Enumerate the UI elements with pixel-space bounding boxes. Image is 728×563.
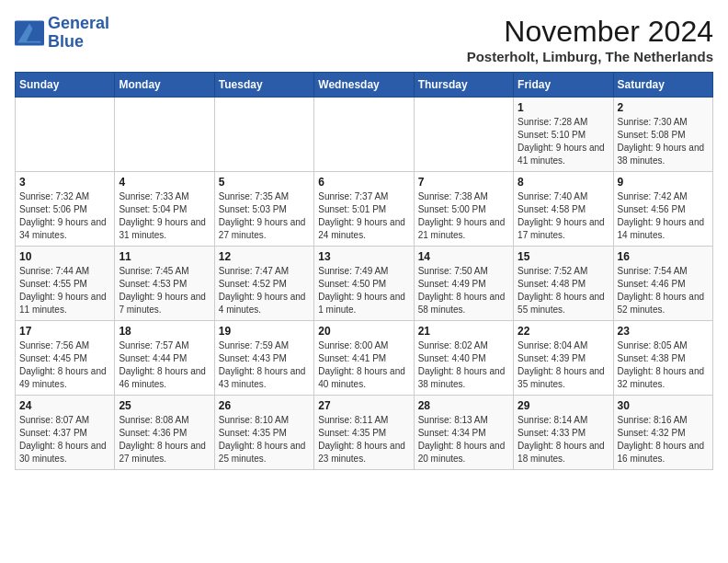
calendar-cell: 4Sunrise: 7:33 AMSunset: 5:04 PMDaylight… bbox=[115, 172, 214, 247]
day-info: Sunrise: 7:44 AMSunset: 4:55 PMDaylight:… bbox=[19, 265, 110, 316]
calendar-cell: 29Sunrise: 8:14 AMSunset: 4:33 PMDayligh… bbox=[514, 396, 613, 470]
day-number: 2 bbox=[618, 101, 709, 114]
calendar-week-5: 24Sunrise: 8:07 AMSunset: 4:37 PMDayligh… bbox=[16, 396, 713, 470]
calendar-week-2: 3Sunrise: 7:32 AMSunset: 5:06 PMDaylight… bbox=[16, 172, 713, 247]
day-info: Sunrise: 7:32 AMSunset: 5:06 PMDaylight:… bbox=[19, 190, 110, 242]
calendar-cell: 22Sunrise: 8:04 AMSunset: 4:39 PMDayligh… bbox=[514, 321, 613, 396]
day-number: 25 bbox=[119, 399, 210, 412]
calendar-cell: 15Sunrise: 7:52 AMSunset: 4:48 PMDayligh… bbox=[514, 247, 613, 321]
day-number: 8 bbox=[518, 176, 609, 189]
day-number: 30 bbox=[618, 399, 709, 412]
day-info: Sunrise: 7:38 AMSunset: 5:00 PMDaylight:… bbox=[418, 190, 509, 242]
calendar-cell: 3Sunrise: 7:32 AMSunset: 5:06 PMDaylight… bbox=[16, 172, 115, 247]
calendar-week-1: 1Sunrise: 7:28 AMSunset: 5:10 PMDaylight… bbox=[16, 98, 713, 172]
day-number: 29 bbox=[518, 399, 609, 412]
calendar-cell: 25Sunrise: 8:08 AMSunset: 4:36 PMDayligh… bbox=[115, 396, 214, 470]
day-number: 10 bbox=[19, 250, 110, 263]
calendar-cell: 28Sunrise: 8:13 AMSunset: 4:34 PMDayligh… bbox=[414, 396, 513, 470]
day-info: Sunrise: 7:56 AMSunset: 4:45 PMDaylight:… bbox=[19, 339, 110, 391]
day-info: Sunrise: 8:13 AMSunset: 4:34 PMDaylight:… bbox=[418, 414, 509, 465]
calendar-header-row: SundayMondayTuesdayWednesdayThursdayFrid… bbox=[16, 73, 713, 98]
day-header-sunday: Sunday bbox=[16, 73, 115, 98]
day-info: Sunrise: 8:02 AMSunset: 4:40 PMDaylight:… bbox=[418, 339, 509, 391]
calendar-cell bbox=[115, 98, 214, 172]
day-info: Sunrise: 8:08 AMSunset: 4:36 PMDaylight:… bbox=[119, 414, 210, 465]
day-number: 5 bbox=[219, 176, 310, 189]
calendar-cell bbox=[16, 98, 115, 172]
day-info: Sunrise: 8:04 AMSunset: 4:39 PMDaylight:… bbox=[518, 339, 609, 391]
day-info: Sunrise: 7:54 AMSunset: 4:46 PMDaylight:… bbox=[618, 265, 709, 316]
logo-icon bbox=[15, 20, 44, 46]
day-info: Sunrise: 7:57 AMSunset: 4:44 PMDaylight:… bbox=[119, 339, 210, 391]
day-number: 17 bbox=[19, 325, 110, 338]
day-number: 18 bbox=[119, 325, 210, 338]
day-info: Sunrise: 8:16 AMSunset: 4:32 PMDaylight:… bbox=[618, 414, 709, 465]
calendar-cell: 21Sunrise: 8:02 AMSunset: 4:40 PMDayligh… bbox=[414, 321, 513, 396]
day-info: Sunrise: 8:14 AMSunset: 4:33 PMDaylight:… bbox=[518, 414, 609, 465]
day-header-friday: Friday bbox=[514, 73, 613, 98]
day-info: Sunrise: 7:40 AMSunset: 4:58 PMDaylight:… bbox=[518, 190, 609, 242]
day-number: 6 bbox=[318, 176, 409, 189]
calendar-cell: 17Sunrise: 7:56 AMSunset: 4:45 PMDayligh… bbox=[16, 321, 115, 396]
day-number: 20 bbox=[318, 325, 409, 338]
calendar-cell: 14Sunrise: 7:50 AMSunset: 4:49 PMDayligh… bbox=[414, 247, 513, 321]
day-info: Sunrise: 7:47 AMSunset: 4:52 PMDaylight:… bbox=[219, 265, 310, 316]
day-info: Sunrise: 7:45 AMSunset: 4:53 PMDaylight:… bbox=[119, 265, 210, 316]
day-number: 15 bbox=[518, 250, 609, 263]
calendar-cell: 27Sunrise: 8:11 AMSunset: 4:35 PMDayligh… bbox=[314, 396, 414, 470]
page-header: General Blue November 2024 Posterholt, L… bbox=[15, 15, 713, 64]
calendar-cell: 1Sunrise: 7:28 AMSunset: 5:10 PMDaylight… bbox=[514, 98, 613, 172]
calendar-cell: 6Sunrise: 7:37 AMSunset: 5:01 PMDaylight… bbox=[314, 172, 414, 247]
day-info: Sunrise: 7:28 AMSunset: 5:10 PMDaylight:… bbox=[518, 116, 609, 167]
day-info: Sunrise: 8:10 AMSunset: 4:35 PMDaylight:… bbox=[219, 414, 310, 465]
calendar-cell: 8Sunrise: 7:40 AMSunset: 4:58 PMDaylight… bbox=[514, 172, 613, 247]
calendar-week-3: 10Sunrise: 7:44 AMSunset: 4:55 PMDayligh… bbox=[16, 247, 713, 321]
day-number: 19 bbox=[219, 325, 310, 338]
day-number: 22 bbox=[518, 325, 609, 338]
calendar-cell: 24Sunrise: 8:07 AMSunset: 4:37 PMDayligh… bbox=[16, 396, 115, 470]
day-number: 14 bbox=[418, 250, 509, 263]
calendar-cell: 9Sunrise: 7:42 AMSunset: 4:56 PMDaylight… bbox=[613, 172, 712, 247]
logo-text: General Blue bbox=[48, 15, 109, 52]
calendar-cell: 23Sunrise: 8:05 AMSunset: 4:38 PMDayligh… bbox=[613, 321, 712, 396]
day-header-thursday: Thursday bbox=[414, 73, 513, 98]
day-number: 23 bbox=[618, 325, 709, 338]
day-info: Sunrise: 7:35 AMSunset: 5:03 PMDaylight:… bbox=[219, 190, 310, 242]
calendar-cell: 11Sunrise: 7:45 AMSunset: 4:53 PMDayligh… bbox=[115, 247, 214, 321]
location-subtitle: Posterholt, Limburg, The Netherlands bbox=[467, 49, 713, 64]
day-info: Sunrise: 7:52 AMSunset: 4:48 PMDaylight:… bbox=[518, 265, 609, 316]
day-info: Sunrise: 7:50 AMSunset: 4:49 PMDaylight:… bbox=[418, 265, 509, 316]
calendar-cell: 7Sunrise: 7:38 AMSunset: 5:00 PMDaylight… bbox=[414, 172, 513, 247]
calendar-cell: 30Sunrise: 8:16 AMSunset: 4:32 PMDayligh… bbox=[613, 396, 712, 470]
day-number: 1 bbox=[518, 101, 609, 114]
day-info: Sunrise: 7:49 AMSunset: 4:50 PMDaylight:… bbox=[318, 265, 409, 316]
calendar-cell: 18Sunrise: 7:57 AMSunset: 4:44 PMDayligh… bbox=[115, 321, 214, 396]
day-header-monday: Monday bbox=[115, 73, 214, 98]
day-number: 7 bbox=[418, 176, 509, 189]
calendar-cell: 19Sunrise: 7:59 AMSunset: 4:43 PMDayligh… bbox=[214, 321, 313, 396]
calendar-cell: 2Sunrise: 7:30 AMSunset: 5:08 PMDaylight… bbox=[613, 98, 712, 172]
day-number: 11 bbox=[119, 250, 210, 263]
day-info: Sunrise: 7:59 AMSunset: 4:43 PMDaylight:… bbox=[219, 339, 310, 391]
day-number: 3 bbox=[19, 176, 110, 189]
month-title: November 2024 bbox=[467, 15, 713, 49]
calendar-cell: 20Sunrise: 8:00 AMSunset: 4:41 PMDayligh… bbox=[314, 321, 414, 396]
day-number: 24 bbox=[19, 399, 110, 412]
day-info: Sunrise: 8:11 AMSunset: 4:35 PMDaylight:… bbox=[318, 414, 409, 465]
day-number: 4 bbox=[119, 176, 210, 189]
title-block: November 2024 Posterholt, Limburg, The N… bbox=[467, 15, 713, 64]
calendar-week-4: 17Sunrise: 7:56 AMSunset: 4:45 PMDayligh… bbox=[16, 321, 713, 396]
calendar-cell: 26Sunrise: 8:10 AMSunset: 4:35 PMDayligh… bbox=[214, 396, 313, 470]
day-info: Sunrise: 8:05 AMSunset: 4:38 PMDaylight:… bbox=[618, 339, 709, 391]
logo: General Blue bbox=[15, 15, 109, 52]
day-number: 27 bbox=[318, 399, 409, 412]
calendar-cell: 13Sunrise: 7:49 AMSunset: 4:50 PMDayligh… bbox=[314, 247, 414, 321]
day-info: Sunrise: 7:33 AMSunset: 5:04 PMDaylight:… bbox=[119, 190, 210, 242]
day-info: Sunrise: 7:42 AMSunset: 4:56 PMDaylight:… bbox=[618, 190, 709, 242]
day-header-wednesday: Wednesday bbox=[314, 73, 414, 98]
calendar-cell: 10Sunrise: 7:44 AMSunset: 4:55 PMDayligh… bbox=[16, 247, 115, 321]
calendar-cell bbox=[214, 98, 313, 172]
day-info: Sunrise: 8:00 AMSunset: 4:41 PMDaylight:… bbox=[318, 339, 409, 391]
day-number: 9 bbox=[618, 176, 709, 189]
day-number: 12 bbox=[219, 250, 310, 263]
